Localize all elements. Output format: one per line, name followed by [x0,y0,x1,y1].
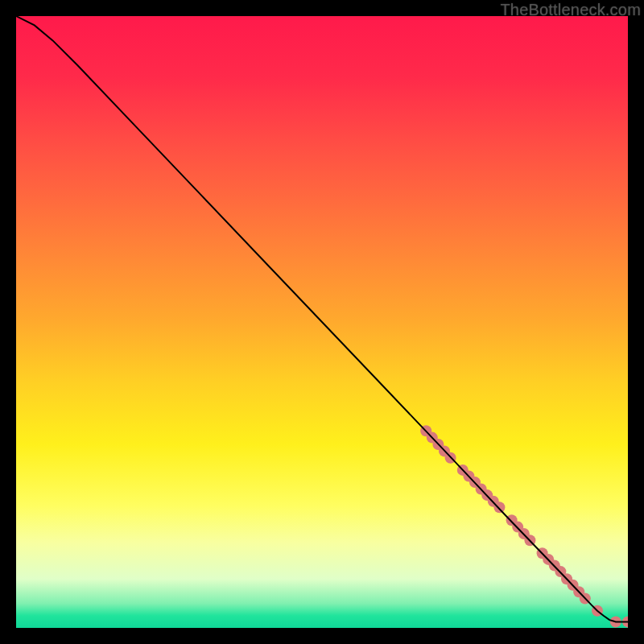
data-point [493,502,505,513]
chart-frame [16,16,628,628]
chart-overlay [16,16,628,628]
watermark-text: TheBottleneck.com [500,1,641,19]
marker-layer [420,425,628,627]
curve-line [16,16,628,621]
